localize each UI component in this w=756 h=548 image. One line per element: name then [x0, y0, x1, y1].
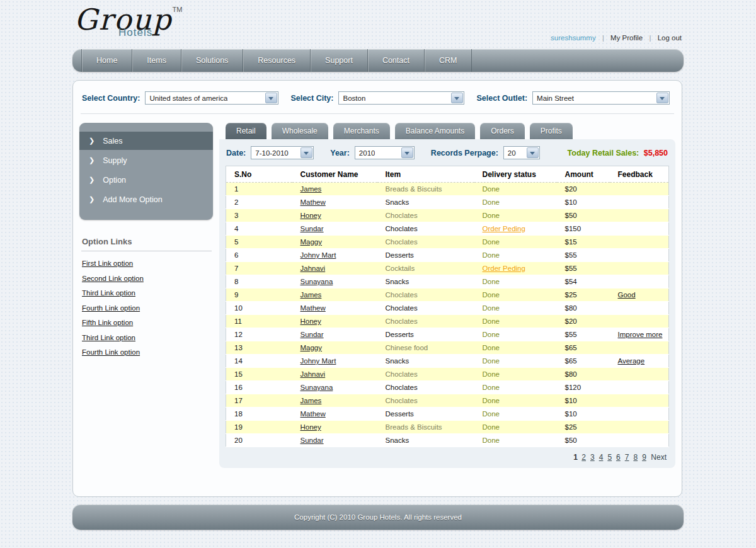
year-select[interactable]: 2010 — [355, 146, 415, 159]
customer-name-link[interactable]: Sunayana — [301, 278, 333, 285]
filter-select[interactable]: United states of america — [145, 91, 278, 105]
cell-delivery-status: Done — [474, 288, 557, 302]
nav-item[interactable]: CRM — [424, 49, 472, 72]
customer-name-link[interactable]: Jahnavi — [301, 370, 326, 378]
next-page-link[interactable]: Next — [651, 453, 667, 462]
feedback-link[interactable]: Improve more — [618, 331, 663, 338]
customer-name-link[interactable]: Honey — [301, 212, 321, 219]
cell-amount: $150 — [557, 222, 610, 236]
page-link[interactable]: 7 — [625, 453, 629, 462]
tab[interactable]: Retail — [226, 123, 266, 139]
customer-name-link[interactable]: Maggy — [301, 238, 323, 246]
customer-name-link[interactable]: Johny Mart — [301, 357, 336, 365]
status-pending-link[interactable]: Order Peding — [483, 265, 525, 272]
customer-name-link[interactable]: Mathew — [301, 304, 326, 312]
option-link[interactable]: Fifth Link option — [82, 319, 212, 326]
nav-item[interactable]: Support — [310, 49, 367, 72]
option-link[interactable]: First Link option — [82, 260, 212, 267]
dropdown-arrow-icon — [301, 147, 312, 158]
cell-feedback — [610, 394, 669, 408]
cell-feedback — [610, 341, 669, 355]
date-select[interactable]: 7-10-2010 — [251, 146, 314, 159]
tab[interactable]: Merchants — [333, 123, 390, 139]
customer-name-link[interactable]: Maggy — [301, 344, 323, 351]
customer-name-link[interactable]: Honey — [301, 423, 321, 431]
nav-item[interactable]: Items — [132, 49, 181, 72]
option-link[interactable]: Third Link option — [82, 334, 212, 341]
cell-item: Snacks — [377, 355, 474, 368]
cell-feedback: Good — [610, 288, 669, 302]
sales-table: S.NoCustomer NameItemDelivery statusAmou… — [226, 166, 669, 447]
sidebar-menu-item[interactable]: Sales — [79, 132, 213, 150]
option-link[interactable]: Fourth Link option — [82, 304, 212, 312]
cell-amount: $10 — [557, 196, 610, 209]
customer-name-link[interactable]: Jahnavi — [301, 265, 326, 272]
column-header: Delivery status — [474, 166, 557, 183]
chevron-right-icon — [89, 156, 94, 164]
customer-name-link[interactable]: Honey — [301, 317, 321, 325]
cell-customer-name: Mathew — [292, 408, 377, 421]
page-link[interactable]: 3 — [590, 453, 595, 462]
nav-item[interactable]: Home — [81, 49, 132, 72]
page-link[interactable]: 5 — [607, 453, 612, 462]
tab[interactable]: Wholesale — [272, 123, 328, 139]
customer-name-link[interactable]: James — [301, 185, 322, 193]
page-link[interactable]: 8 — [633, 453, 638, 462]
tab[interactable]: Balance Amounts — [395, 123, 475, 139]
customer-name-link[interactable]: Johny Mart — [301, 251, 336, 259]
cell-amount: $25 — [557, 288, 610, 302]
page-link[interactable]: 2 — [581, 453, 586, 462]
table-row: 7JahnaviCocktailsOrder Peding$55 — [226, 262, 669, 275]
logout-link[interactable]: Log out — [658, 34, 682, 42]
nav-item[interactable]: Contact — [367, 49, 424, 72]
cell-amount: $20 — [557, 315, 610, 328]
customer-name-link[interactable]: Sundar — [301, 331, 324, 338]
status-pending-link[interactable]: Order Peding — [483, 225, 525, 232]
customer-name-link[interactable]: Sundar — [301, 437, 324, 444]
records-select[interactable]: 20 — [503, 146, 540, 159]
page-link[interactable]: 4 — [599, 453, 604, 462]
tab[interactable]: Orders — [480, 123, 525, 139]
option-link[interactable]: Third Link option — [82, 289, 212, 297]
page-link[interactable]: 6 — [616, 453, 621, 462]
cell-delivery-status: Done — [474, 315, 557, 328]
year-filter: Year: 2010 — [330, 146, 415, 159]
cell-item: Choclates — [377, 315, 474, 328]
nav-item[interactable]: Solutions — [181, 49, 243, 72]
cell-sno: 10 — [226, 302, 292, 315]
username-link[interactable]: sureshsummy — [551, 34, 596, 42]
cell-delivery-status: Order Peding — [474, 222, 557, 236]
tab[interactable]: Profits — [530, 123, 573, 139]
page-link[interactable]: 9 — [642, 453, 646, 462]
customer-name-link[interactable]: Mathew — [301, 198, 326, 206]
customer-name-link[interactable]: Sunayana — [301, 384, 333, 391]
sidebar-menu-item[interactable]: Supply — [79, 151, 213, 169]
customer-name-link[interactable]: James — [301, 291, 322, 299]
filter-select[interactable]: Main Street — [532, 91, 670, 105]
tab-bar: RetailWholesaleMerchantsBalance AmountsO… — [219, 123, 675, 139]
sidebar-menu-item[interactable]: Add More Option — [79, 190, 213, 208]
customer-name-link[interactable]: Mathew — [301, 410, 326, 418]
table-row: 4SundarChoclatesOrder Peding$150 — [226, 222, 669, 236]
sidebar-menu-item[interactable]: Option — [79, 171, 213, 189]
filter-label: Select Country: — [82, 94, 140, 103]
my-profile-link[interactable]: My Profile — [610, 34, 643, 42]
cell-item: Desserts — [377, 328, 474, 341]
nav-item[interactable]: Resources — [243, 49, 310, 72]
cell-amount: $55 — [557, 262, 610, 275]
sidebar-menu: Sales Supply Option Add More Option — [79, 123, 213, 220]
cell-item: Choclates — [377, 394, 474, 408]
status-done-text: Done — [483, 251, 500, 259]
cell-customer-name: Sundar — [292, 222, 377, 236]
customer-name-link[interactable]: James — [301, 397, 322, 404]
filter-select[interactable]: Boston — [338, 91, 464, 105]
status-done-text: Done — [483, 278, 500, 285]
customer-name-link[interactable]: Sundar — [301, 225, 324, 232]
feedback-link[interactable]: Average — [618, 357, 645, 365]
option-link[interactable]: Fourth Link option — [82, 348, 212, 356]
content-panel: Date: 7-10-2010 Year: 2010 — [219, 139, 675, 468]
feedback-link[interactable]: Good — [618, 291, 636, 299]
option-link[interactable]: Second Link option — [82, 275, 212, 282]
page-current: 1 — [573, 453, 578, 462]
content-area: RetailWholesaleMerchantsBalance AmountsO… — [219, 123, 675, 468]
